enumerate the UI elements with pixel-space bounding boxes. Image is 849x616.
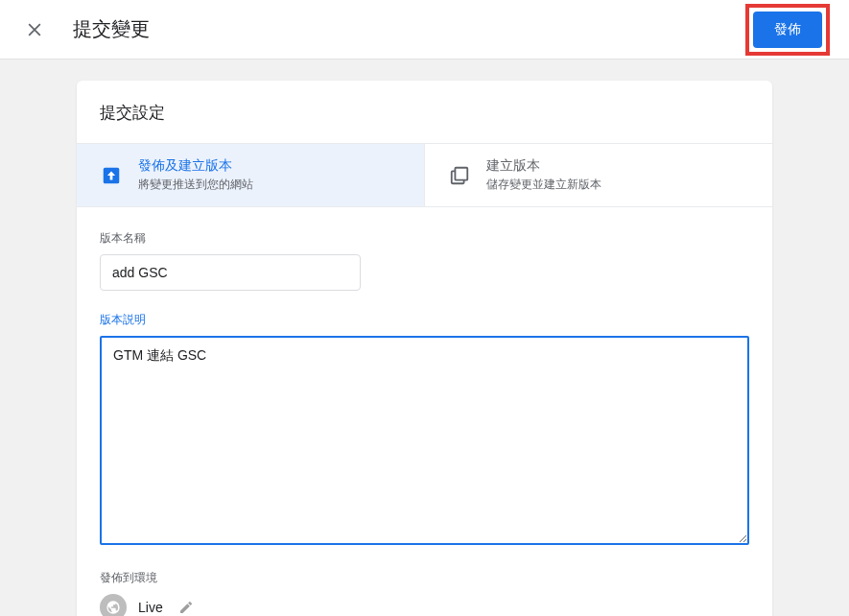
field-version-name: 版本名稱 — [100, 230, 749, 291]
edit-env-button[interactable] — [175, 596, 198, 616]
tab-desc: 將變更推送到您的網站 — [138, 177, 253, 193]
version-name-label: 版本名稱 — [100, 230, 749, 247]
tab-publish-create[interactable]: 發佈及建立版本 將變更推送到您的網站 — [77, 144, 424, 206]
version-icon — [448, 164, 471, 187]
svg-rect-2 — [455, 167, 467, 179]
version-desc-input[interactable] — [100, 336, 749, 545]
submission-tabs: 發佈及建立版本 將變更推送到您的網站 建立版本 儲存變更並建立新版本 — [77, 143, 772, 207]
env-row: Live — [100, 594, 749, 616]
field-version-desc: 版本説明 — [100, 312, 749, 549]
dialog-header: 提交變更 發佈 — [0, 0, 849, 59]
close-button[interactable] — [19, 14, 50, 45]
form-body: 版本名稱 版本説明 發佈到環境 Live — [77, 207, 772, 616]
publish-icon — [100, 164, 123, 187]
close-icon — [25, 20, 44, 39]
publish-button[interactable]: 發佈 — [753, 12, 822, 48]
tab-text: 建立版本 儲存變更並建立新版本 — [486, 157, 601, 193]
tab-title: 建立版本 — [486, 157, 601, 175]
env-label: 發佈到環境 — [100, 570, 749, 586]
card-title: 提交設定 — [77, 81, 772, 143]
dialog-title: 提交變更 — [73, 16, 150, 42]
submit-settings-card: 提交設定 發佈及建立版本 將變更推送到您的網站 — [77, 81, 772, 616]
tab-desc: 儲存變更並建立新版本 — [486, 177, 601, 193]
env-name: Live — [138, 600, 163, 615]
pencil-icon — [178, 600, 194, 615]
publish-environment: 發佈到環境 Live — [100, 570, 749, 616]
content-area: 提交設定 發佈及建立版本 將變更推送到您的網站 — [0, 59, 849, 616]
globe-icon — [100, 594, 127, 616]
header-left: 提交變更 — [19, 14, 150, 45]
publish-highlight: 發佈 — [745, 4, 830, 56]
version-desc-label: 版本説明 — [100, 312, 749, 328]
version-name-input[interactable] — [100, 254, 361, 291]
tab-title: 發佈及建立版本 — [138, 157, 253, 175]
tab-create-version[interactable]: 建立版本 儲存變更並建立新版本 — [424, 144, 772, 206]
tab-text: 發佈及建立版本 將變更推送到您的網站 — [138, 157, 253, 193]
